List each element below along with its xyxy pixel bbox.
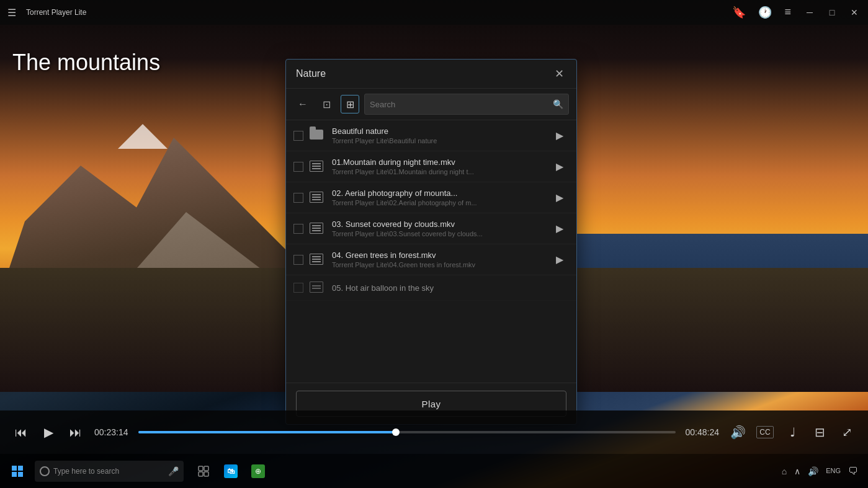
file-path-3: Torrent Player Lite\03.Sunset covered by… <box>332 230 544 237</box>
minimize-button[interactable]: ─ <box>803 7 816 17</box>
file-name-2: 02. Aerial photography of mounta... <box>332 189 544 198</box>
file-path-0: Torrent Player Lite\Beautiful nature <box>332 137 544 144</box>
window-controls: ─ □ ✕ <box>803 7 861 17</box>
file-name-4: 04. Green trees in forest.mkv <box>332 251 544 260</box>
view-toggle-button-2[interactable]: ⊞ <box>341 95 359 113</box>
start-button[interactable] <box>5 459 30 484</box>
video-icon-4 <box>310 254 326 266</box>
taskbar-multitasking[interactable] <box>191 459 216 484</box>
video-icon-3 <box>310 223 326 235</box>
list-item[interactable]: Beautiful nature Torrent Player Lite\Bea… <box>286 120 576 151</box>
file-list: Beautiful nature Torrent Player Lite\Bea… <box>286 120 576 383</box>
bookmarks-icon[interactable]: 🔖 <box>732 6 746 19</box>
file-path-2: Torrent Player Lite\02.Aerial photograph… <box>332 199 544 206</box>
svg-rect-1 <box>204 466 208 471</box>
play-button-3[interactable]: ▶ <box>550 223 569 234</box>
now-playing-title: The mountains <box>12 50 160 76</box>
chevron-up-icon[interactable]: ∧ <box>794 466 800 476</box>
panel-close-button[interactable]: ✕ <box>552 67 566 81</box>
network-icon[interactable]: ⌂ <box>782 466 787 476</box>
search-input[interactable] <box>370 100 549 109</box>
search-icon: 🔍 <box>553 99 563 109</box>
taskbar-clock: ENG <box>826 466 841 476</box>
notification-icon[interactable]: 🗨 <box>848 466 858 477</box>
store-icon: 🛍 <box>224 464 238 478</box>
file-info-5: 05. Hot air balloon in the sky <box>332 283 569 293</box>
play-button-0[interactable]: ▶ <box>550 130 569 141</box>
windows-logo <box>12 466 23 477</box>
file-checkbox-5[interactable] <box>293 283 303 293</box>
task-view-icon <box>198 466 209 477</box>
display-button[interactable]: ⊟ <box>811 425 828 440</box>
cc-button[interactable]: CC <box>756 426 774 438</box>
file-name-1: 01.Mountain during night time.mkv <box>332 157 544 167</box>
back-button[interactable]: ← <box>293 95 312 113</box>
maximize-button[interactable]: □ <box>826 7 838 17</box>
folder-icon <box>310 130 326 142</box>
taskbar-apps: 🛍 ⊕ <box>191 459 271 484</box>
prev-button[interactable]: ⏮ <box>12 425 30 440</box>
close-button[interactable]: ✕ <box>848 7 861 17</box>
file-checkbox-3[interactable] <box>293 224 303 234</box>
taskbar-app-green[interactable]: ⊕ <box>246 459 271 484</box>
control-icons-right: 🔊 CC ♩ ⊟ ⤢ <box>729 425 856 440</box>
progress-fill <box>138 431 396 433</box>
taskbar-search[interactable]: Type here to search 🎤 <box>35 461 184 482</box>
green-app-icon: ⊕ <box>251 464 265 478</box>
taskbar-search-icon <box>40 466 50 476</box>
list-item[interactable]: 05. Hot air balloon in the sky <box>286 275 576 301</box>
taskbar-lang: ENG <box>826 466 841 476</box>
list-item[interactable]: 03. Sunset covered by clouds.mkv Torrent… <box>286 213 576 244</box>
file-info-0: Beautiful nature Torrent Player Lite\Bea… <box>332 126 544 144</box>
title-bar: ☰ Torrent Player Lite 🔖 🕐 ≡ ─ □ ✕ <box>0 0 868 25</box>
speaker-icon[interactable]: 🔊 <box>808 466 818 476</box>
play-button-4[interactable]: ▶ <box>550 254 569 265</box>
controls-bar: ⏮ ▶ ⏭ 00:23:14 00:48:24 🔊 CC ♩ ⊟ ⤢ <box>0 410 868 454</box>
view-toggle-button-1[interactable]: ⊡ <box>317 95 336 113</box>
svg-rect-3 <box>204 472 208 476</box>
taskbar-search-text: Type here to search <box>53 467 119 476</box>
file-info-3: 03. Sunset covered by clouds.mkv Torrent… <box>332 220 544 237</box>
menu-button[interactable]: ☰ <box>7 7 16 19</box>
file-path-1: Torrent Player Lite\01.Mountain during n… <box>332 168 544 175</box>
svg-rect-2 <box>199 472 203 476</box>
play-button-2[interactable]: ▶ <box>550 192 569 203</box>
taskbar-mic-icon: 🎤 <box>168 466 179 476</box>
panel-title: Nature <box>296 68 552 79</box>
app-title: Torrent Player Lite <box>26 8 732 17</box>
file-name-0: Beautiful nature <box>332 126 544 136</box>
tiles-view-icon: ⊡ <box>323 99 331 110</box>
video-icon-5 <box>310 282 326 294</box>
file-checkbox-0[interactable] <box>293 131 303 141</box>
list-item[interactable]: 01.Mountain during night time.mkv Torren… <box>286 151 576 182</box>
file-path-4: Torrent Player Lite\04.Green trees in fo… <box>332 261 544 268</box>
time-current: 00:23:14 <box>94 427 128 437</box>
file-checkbox-2[interactable] <box>293 193 303 203</box>
progress-handle[interactable] <box>392 428 400 436</box>
file-info-1: 01.Mountain during night time.mkv Torren… <box>332 157 544 175</box>
list-view-icon: ⊞ <box>346 99 354 110</box>
audio-track-button[interactable]: ♩ <box>784 425 801 440</box>
file-name-5: 05. Hot air balloon in the sky <box>332 283 569 293</box>
list-item[interactable]: 02. Aerial photography of mounta... Torr… <box>286 182 576 213</box>
fullscreen-button[interactable]: ⤢ <box>838 425 856 440</box>
list-item[interactable]: 04. Green trees in forest.mkv Torrent Pl… <box>286 244 576 275</box>
panel-toolbar: ← ⊡ ⊞ 🔍 <box>286 89 576 120</box>
header-icons: 🔖 🕐 ≡ <box>732 6 791 19</box>
history-icon[interactable]: 🕐 <box>758 6 772 19</box>
taskbar-right: ⌂ ∧ 🔊 ENG 🗨 <box>782 466 863 477</box>
nature-panel: Nature ✕ ← ⊡ ⊞ 🔍 Beautiful nature Torren <box>285 59 577 425</box>
file-info-4: 04. Green trees in forest.mkv Torrent Pl… <box>332 251 544 268</box>
play-pause-button[interactable]: ▶ <box>40 425 57 440</box>
taskbar-store[interactable]: 🛍 <box>218 459 243 484</box>
next-button[interactable]: ⏭ <box>67 425 84 440</box>
play-button-1[interactable]: ▶ <box>550 161 569 172</box>
video-icon-1 <box>310 161 326 173</box>
file-checkbox-4[interactable] <box>293 255 303 265</box>
playlist-icon[interactable]: ≡ <box>784 6 791 19</box>
time-total: 00:48:24 <box>686 427 720 437</box>
file-checkbox-1[interactable] <box>293 162 303 172</box>
volume-button[interactable]: 🔊 <box>729 425 746 440</box>
search-box: 🔍 <box>364 94 569 115</box>
progress-bar[interactable] <box>138 431 676 433</box>
